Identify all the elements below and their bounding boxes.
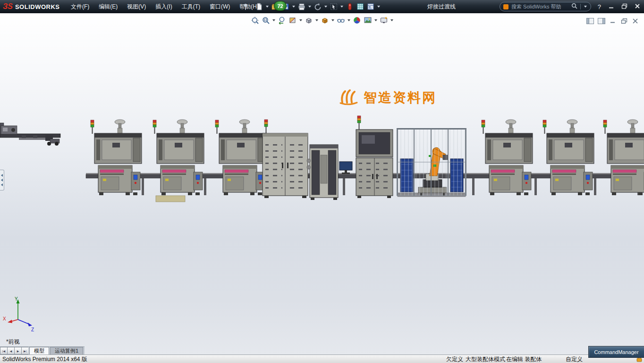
- menu-tools[interactable]: 工具(T): [177, 0, 205, 13]
- pane-left-icon[interactable]: [586, 17, 594, 24]
- assembly-model[interactable]: Y Z X: [0, 13, 644, 354]
- tab-motion-study-1[interactable]: 运动算例1: [50, 347, 83, 354]
- dropdown-caret-icon[interactable]: [299, 19, 302, 21]
- station-3[interactable]: [215, 120, 266, 195]
- restore-icon[interactable]: [621, 2, 627, 11]
- tab-scroll-prev-button[interactable]: ◀: [7, 347, 14, 354]
- monitor[interactable]: [339, 162, 352, 174]
- menu-file[interactable]: 文件(F): [66, 0, 94, 13]
- dropdown-caret-icon[interactable]: [272, 19, 275, 21]
- pane-right-icon[interactable]: [597, 17, 605, 24]
- watermark-logo-icon: [338, 88, 359, 108]
- help-search-box[interactable]: 搜索 SolidWorks 帮助: [500, 2, 591, 11]
- menu-window[interactable]: 窗口(W): [205, 0, 235, 13]
- edit-appearance-icon[interactable]: [352, 16, 362, 25]
- solidworks-logo: ЗS SOLIDWORKS: [3, 0, 60, 13]
- lifter-unit[interactable]: [307, 145, 338, 200]
- dropdown-caret-icon[interactable]: [390, 19, 393, 21]
- view-orientation-label: *前视: [6, 338, 20, 346]
- dropdown-caret-icon[interactable]: [374, 19, 377, 21]
- robot-cell[interactable]: [397, 128, 466, 197]
- dropdown-caret-icon[interactable]: [347, 19, 350, 21]
- select-cursor-icon[interactable]: [330, 2, 338, 11]
- search-icon[interactable]: [571, 2, 577, 11]
- hide-show-items-icon[interactable]: [336, 16, 346, 25]
- triad-x-label: X: [3, 316, 6, 321]
- zoom-to-fit-icon[interactable]: [250, 16, 260, 25]
- previous-view-icon[interactable]: [277, 16, 287, 25]
- help-flag-icon: [503, 4, 508, 9]
- product-version-label: SolidWorks Premium 2014 x64 版: [2, 355, 87, 363]
- notification-badge: 72: [274, 1, 287, 11]
- help-icon[interactable]: ?: [598, 3, 601, 10]
- 3d-mouse-icon[interactable]: [346, 2, 354, 11]
- brand-name: SOLIDWORKS: [15, 3, 60, 10]
- dropdown-caret-icon[interactable]: [292, 6, 295, 8]
- dropdown-caret-icon[interactable]: [308, 6, 311, 8]
- apply-scene-icon[interactable]: [363, 16, 373, 25]
- expand-left-icon: [1, 179, 3, 182]
- search-placeholder: 搜索 SolidWorks 帮助: [511, 3, 568, 10]
- editing-status: 在编辑 装配体: [506, 355, 542, 363]
- restore-doc-icon[interactable]: [620, 17, 628, 24]
- electrical-cabinet[interactable]: [263, 120, 308, 198]
- display-style-icon[interactable]: [320, 16, 330, 25]
- customize-menu[interactable]: 自定义: [566, 355, 583, 363]
- zoom-to-area-icon[interactable]: [261, 16, 271, 25]
- watermark: 智造资料网: [338, 88, 437, 108]
- close-icon[interactable]: [635, 2, 640, 11]
- dropdown-caret-icon[interactable]: [266, 6, 269, 8]
- station-6[interactable]: [603, 120, 644, 195]
- triad-z-label: Z: [31, 327, 34, 332]
- design-library-icon[interactable]: [356, 2, 364, 11]
- undo-icon[interactable]: [314, 2, 322, 11]
- station-1[interactable]: [91, 120, 142, 195]
- pin-menu-icon[interactable]: [243, 3, 248, 12]
- view-settings-icon[interactable]: [379, 16, 389, 25]
- definition-status: 欠定义: [446, 355, 463, 363]
- menu-edit[interactable]: 编辑(E): [94, 0, 122, 13]
- menu-view[interactable]: 视图(V): [122, 0, 151, 13]
- station-2[interactable]: [153, 120, 204, 195]
- tab-model[interactable]: 模型: [29, 347, 49, 354]
- minimize-doc-icon[interactable]: [609, 17, 617, 24]
- view-orientation-icon[interactable]: [304, 16, 314, 25]
- gantry-loader[interactable]: [0, 123, 60, 146]
- station-4[interactable]: [482, 120, 533, 195]
- control-cabinet[interactable]: [356, 116, 393, 198]
- assembly-mode-status: 大型装配体模式: [466, 355, 505, 363]
- graphics-area[interactable]: Y Z X 智造资料网: [0, 13, 644, 354]
- section-view-icon[interactable]: [288, 16, 297, 25]
- print-icon[interactable]: [297, 2, 306, 11]
- study-tab-bar: |◀ ◀ ▶ ▶| 模型 运动算例1: [0, 346, 85, 354]
- caret-icon[interactable]: [584, 6, 587, 8]
- status-bar: SolidWorks Premium 2014 x64 版 欠定义 大型装配体模…: [0, 354, 644, 363]
- feature-panel-flyout[interactable]: [0, 170, 4, 190]
- separator: [580, 4, 581, 9]
- expand-left-icon: [1, 174, 3, 177]
- titlebar: ЗS SOLIDWORKS 文件(F) 编辑(E) 视图(V) 插入(I) 工具…: [0, 0, 644, 13]
- command-manager-label[interactable]: CommandManager: [588, 346, 644, 358]
- tab-scroll-first-button[interactable]: |◀: [0, 347, 7, 354]
- minimize-icon[interactable]: [608, 2, 614, 11]
- expand-left-icon: [1, 183, 3, 186]
- dropdown-caret-icon[interactable]: [315, 19, 318, 21]
- dropdown-caret-icon[interactable]: [377, 6, 380, 8]
- floor-mat[interactable]: [156, 196, 185, 202]
- solidworks-logo-icon: ЗS: [3, 2, 13, 11]
- tab-scroll-last-button[interactable]: ▶|: [21, 347, 28, 354]
- dropdown-caret-icon[interactable]: [331, 19, 334, 21]
- tab-scroll-next-button[interactable]: ▶: [14, 347, 21, 354]
- document-window-controls: [586, 17, 639, 24]
- heads-up-toolbar: [250, 16, 394, 25]
- menu-insert[interactable]: 插入(I): [151, 0, 177, 13]
- solidworks-window: ЗS SOLIDWORKS 文件(F) 编辑(E) 视图(V) 插入(I) 工具…: [0, 0, 644, 363]
- document-title: 焊接过渡线: [427, 0, 456, 13]
- options-icon[interactable]: [366, 2, 375, 11]
- close-doc-icon[interactable]: [631, 17, 639, 24]
- station-5[interactable]: [543, 120, 594, 195]
- window-controls: ?: [598, 0, 640, 13]
- dropdown-caret-icon[interactable]: [340, 6, 343, 8]
- dropdown-caret-icon[interactable]: [324, 6, 327, 8]
- new-document-icon[interactable]: [255, 2, 263, 11]
